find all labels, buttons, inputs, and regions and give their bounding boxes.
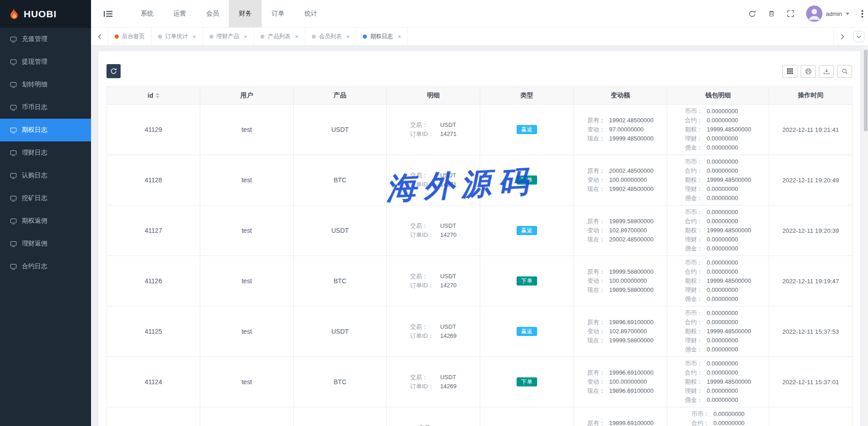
detail-cell: 交易：USDT 订单ID：14271	[410, 171, 457, 189]
tabs-scroll-left-icon[interactable]	[91, 28, 108, 46]
detail-label: 订单ID：	[410, 180, 440, 189]
column-header-product: 产品	[294, 87, 387, 105]
tab-product-list[interactable]: 产品列表 ×	[254, 28, 305, 46]
wallet-cell: 币币：0.00000000 合约：0.00000000 期权：19999.485…	[685, 157, 751, 203]
tab-home[interactable]: 后台首页	[108, 28, 152, 46]
sidebar-item-withdraw[interactable]: 提现管理	[0, 50, 91, 73]
wallet-label: 合约：	[691, 419, 713, 426]
detail-label: 交易：	[410, 171, 440, 180]
wallet-finance: 0.00000000	[707, 236, 738, 243]
change-label: 变动：	[587, 226, 609, 235]
user-menu[interactable]: admin	[806, 5, 849, 22]
columns-toggle-button[interactable]	[782, 65, 797, 78]
trash-icon[interactable]	[768, 10, 775, 17]
tabs-dropdown-icon[interactable]	[853, 31, 864, 42]
wallet-label: 理财：	[685, 235, 707, 244]
wallet-label: 理财：	[685, 336, 707, 345]
column-header-id[interactable]: id	[107, 87, 200, 105]
type-badge[interactable]: 下单	[517, 377, 537, 387]
avatar	[806, 5, 822, 22]
brand-name: HUOBI	[24, 9, 57, 20]
close-icon[interactable]: ×	[346, 33, 350, 40]
close-icon[interactable]: ×	[193, 33, 196, 40]
type-badge[interactable]: 下单	[517, 175, 537, 185]
change-cell: 原有：19896.69100000 变动：102.89700000 现在：199…	[587, 318, 654, 345]
wallet-commission: 0.00000000	[707, 296, 738, 302]
sidebar-item-transfer-detail[interactable]: 划转明细	[0, 73, 91, 96]
tab-option-log[interactable]: 期权日志 ×	[356, 28, 408, 46]
nav-item-statistics[interactable]: 统计	[294, 0, 327, 27]
sidebar-item-label: 合约日志	[22, 262, 47, 271]
change-label: 现在：	[587, 235, 609, 244]
monitor-icon	[10, 127, 17, 134]
wallet-label: 佣金：	[685, 396, 707, 405]
nav-item-operation[interactable]: 运营	[163, 0, 196, 27]
close-icon[interactable]: ×	[397, 33, 401, 40]
sidebar-item-label: 认购日志	[22, 171, 47, 180]
nav-item-order[interactable]: 订单	[262, 0, 294, 27]
row-product: USDT	[331, 328, 349, 335]
change-delta: 100.00000000	[609, 378, 647, 385]
sidebar-item-recharge[interactable]: 充值管理	[0, 28, 91, 50]
sidebar-item-subscribe-log[interactable]: 认购日志	[0, 164, 91, 187]
sidebar-item-label: 期权返佣	[22, 217, 47, 225]
column-header-type: 类型	[480, 87, 574, 105]
scrollbar-thumb[interactable]	[864, 50, 868, 131]
wallet-option: 19999.48500000	[707, 328, 751, 335]
sidebar-item-option-log[interactable]: 期权日志	[0, 119, 91, 141]
search-icon[interactable]	[837, 65, 852, 78]
type-badge[interactable]: 赢返	[517, 327, 537, 336]
change-before: 19899.58800000	[609, 218, 654, 225]
sidebar-fold-icon[interactable]	[104, 10, 112, 17]
more-icon[interactable]	[861, 10, 863, 18]
wallet-coin: 0.00000000	[713, 411, 745, 417]
topbar-actions: admin	[748, 5, 868, 22]
detail-label: 订单ID：	[410, 331, 440, 341]
export-button[interactable]	[819, 65, 834, 78]
sort-icon[interactable]	[156, 93, 159, 98]
sidebar-item-contract-log[interactable]: 合约日志	[0, 255, 91, 278]
fullscreen-icon[interactable]	[787, 10, 794, 17]
column-header-wallet: 钱包明细	[667, 87, 769, 105]
nav-item-system[interactable]: 系统	[131, 0, 163, 27]
tab-label: 会员列表	[319, 33, 342, 40]
tabs-scroll-right-icon[interactable]	[833, 28, 851, 46]
username: admin	[826, 10, 842, 17]
wallet-contract: 0.00000000	[713, 420, 745, 426]
print-button[interactable]	[801, 65, 816, 78]
nav-item-label: 订单	[272, 10, 284, 18]
change-label: 变动：	[587, 327, 609, 336]
wallet-contract: 0.00000000	[707, 218, 738, 225]
wallet-coin: 0.00000000	[707, 108, 738, 115]
table-refresh-button[interactable]	[107, 64, 121, 78]
sidebar-item-finance-rebate[interactable]: 理财返佣	[0, 232, 91, 255]
sidebar-item-coin-log[interactable]: 币币日志	[0, 96, 91, 119]
detail-order-id: 14270	[440, 282, 457, 289]
close-icon[interactable]: ×	[295, 33, 299, 40]
change-cell: 原有：19996.69100000 变动：100.00000000 现在：198…	[587, 368, 654, 396]
nav-item-finance[interactable]: 财务	[229, 0, 262, 27]
wallet-finance: 0.00000000	[707, 387, 738, 394]
change-label: 现在：	[587, 286, 609, 295]
tab-finance-products[interactable]: 理财产品 ×	[203, 28, 254, 46]
sidebar-item-mining-log[interactable]: 挖矿日志	[0, 187, 91, 210]
brand-logo[interactable]: HUOBI	[0, 0, 91, 28]
change-label: 原有：	[587, 368, 609, 377]
chevron-down-icon	[846, 13, 849, 15]
type-badge[interactable]: 赢返	[517, 125, 537, 135]
type-badge[interactable]: 赢返	[517, 226, 537, 236]
tab-member-list[interactable]: 会员列表 ×	[305, 28, 357, 46]
wallet-commission: 0.00000000	[707, 195, 738, 201]
nav-item-member[interactable]: 会员	[196, 0, 229, 27]
sidebar-item-option-rebate[interactable]: 期权返佣	[0, 210, 91, 232]
tab-order-stats[interactable]: 订单统计 ×	[152, 28, 203, 46]
close-icon[interactable]: ×	[244, 33, 248, 40]
detail-order-id: 14270	[440, 231, 457, 238]
type-badge[interactable]: 下单	[517, 276, 537, 286]
detail-trade-value: USDT	[440, 374, 456, 381]
wallet-option: 19999.48500000	[707, 277, 751, 284]
vertical-scrollbar[interactable]	[863, 46, 868, 426]
wallet-contract: 0.00000000	[707, 117, 738, 124]
sidebar-item-finance-log[interactable]: 理财日志	[0, 141, 91, 164]
refresh-icon[interactable]	[748, 10, 756, 18]
